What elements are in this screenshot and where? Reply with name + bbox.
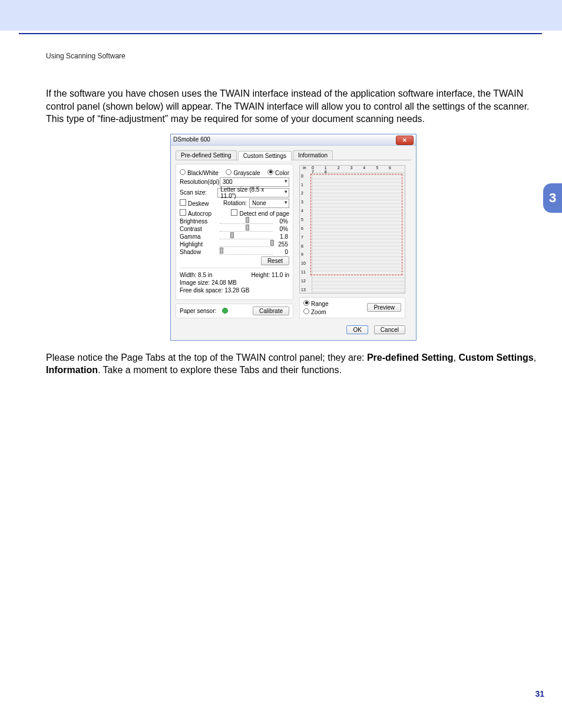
page-number: 31 [535,689,544,699]
zoom-option[interactable]: Zoom [303,308,328,315]
brightness-slider[interactable] [220,219,273,224]
mode-grayscale-option[interactable]: Grayscale [226,169,260,176]
shadow-slider[interactable] [220,249,273,255]
para2-tab-c: Information [46,365,98,375]
ruler-horizontal: 0 1 2 3 4 5 6 7 8 [309,166,405,173]
calibrate-button[interactable]: Calibrate [253,307,289,315]
range-label: Range [311,301,328,307]
gamma-slider[interactable] [220,234,273,239]
para2-tab-b: Custom Settings [459,353,534,363]
brightness-value: 0% [275,218,288,225]
ruler-v-1: 1 [301,183,310,187]
ruler-v-9: 9 [301,252,310,256]
settings-panel: Black/White Grayscale Color Resolution(d… [176,164,293,300]
range-zoom-panel: Range Zoom Preview [299,297,405,318]
para2-c2: , [534,353,536,363]
highlight-slider[interactable] [220,242,273,247]
close-icon: ✕ [402,137,407,143]
mode-color-option[interactable]: Color [267,169,289,176]
preview-selection-rect[interactable] [310,174,402,275]
page-top-rule [19,33,542,34]
ruler-v-0: 0 [301,174,310,178]
gamma-label: Gamma [180,233,217,240]
height-readout: Height: 11.0 in [252,272,290,278]
highlight-value: 255 [275,241,288,248]
ruler-v-4: 4 [301,209,310,213]
range-option[interactable]: Range [303,300,328,307]
paper-sensor-label: Paper sensor: [180,308,216,314]
scan-size-select[interactable]: Letter size (8.5 x 11.0") [217,188,289,197]
detect-eop-label: Detect end of page [239,210,289,217]
deskew-checkbox[interactable]: Deskew [180,199,209,207]
rotation-value: None [252,200,266,206]
close-button[interactable]: ✕ [396,136,414,145]
scan-size-value: Letter size (8.5 x 11.0") [220,186,280,199]
ruler-v-2: 2 [301,191,310,195]
shadow-value: 0 [275,249,288,255]
highlight-label: Highlight [180,241,217,248]
ok-button[interactable]: OK [346,325,368,334]
paper-sensor-indicator-icon [222,308,228,314]
reset-button[interactable]: Reset [261,256,289,265]
section-heading: Using Scanning Software [46,52,541,60]
rotation-label: Rotation: [223,200,247,206]
ruler-v-6: 6 [301,226,310,230]
mode-color-label: Color [275,170,289,176]
autocrop-checkbox[interactable]: Autocrop [180,209,211,217]
contrast-value: 0% [275,226,288,232]
ruler-v-5: 5 [301,218,310,222]
para2-post: . Take a moment to explore these Tabs an… [98,365,342,375]
detect-eop-checkbox[interactable]: Detect end of page [231,209,289,217]
tab-predefined-setting[interactable]: Pre-defined Setting [176,150,237,160]
ruler-v-7: 7 [301,235,310,239]
paragraph-1: If the software you have chosen uses the… [46,87,541,126]
autocrop-label: Autocrop [188,210,211,217]
preview-button[interactable]: Preview [367,303,401,312]
width-readout: Width: 8.5 in [180,272,213,278]
twain-dialog-window: DSmobile 600 ✕ Pre-defined Setting Custo… [170,134,416,341]
paper-sensor-panel: Paper sensor: Calibrate [176,304,293,318]
scan-size-label: Scan size: [180,189,215,196]
contrast-slider[interactable] [220,226,273,232]
ok-cancel-row: OK Cancel [299,322,405,334]
zoom-label: Zoom [311,309,326,315]
ruler-v-12: 12 [301,279,310,283]
ruler-v-3: 3 [301,200,310,204]
mode-blackwhite-label: Black/White [187,170,219,176]
preview-area[interactable]: in 0 1 2 3 4 5 6 7 8 0 1 2 3 4 5 6 7 [299,165,405,294]
free-disk-readout: Free disk space: 13.28 GB [180,287,249,294]
page-content: Using Scanning Software If the software … [46,52,541,385]
resolution-value: 300 [223,179,233,185]
mode-blackwhite-option[interactable]: Black/White [180,169,219,176]
tab-information[interactable]: Information [293,150,333,160]
contrast-label: Contrast [180,226,217,232]
deskew-label: Deskew [188,200,209,207]
para2-pre: Please notice the Page Tabs at the top o… [46,353,367,363]
shadow-label: Shadow [180,249,217,255]
ruler-v-13: 13 [301,288,310,292]
dialog-tabs: Pre-defined Setting Custom Settings Info… [176,150,411,160]
page-top-band [0,0,562,31]
rotation-select[interactable]: None [249,199,289,208]
para2-tab-a: Pre-defined Setting [367,353,454,363]
cancel-button[interactable]: Cancel [374,325,405,334]
ruler-v-10: 10 [301,261,310,265]
dialog-titlebar: DSmobile 600 ✕ [171,134,416,146]
twain-dialog-figure: DSmobile 600 ✕ Pre-defined Setting Custo… [170,134,416,341]
ruler-v-8: 8 [301,244,310,248]
resolution-select[interactable]: 300 [220,177,289,187]
resolution-label: Resolution(dpi): [180,179,217,185]
dialog-title-text: DSmobile 600 [173,136,210,143]
mode-grayscale-label: Grayscale [233,170,260,176]
image-size-readout: Image size: 24.08 MB [180,279,237,286]
paragraph-2: Please notice the Page Tabs at the top o… [46,351,541,377]
brightness-label: Brightness [180,218,217,225]
para2-c1: , [454,353,459,363]
ruler-v-11: 11 [301,270,310,274]
gamma-value: 1.8 [275,233,288,240]
tab-custom-settings[interactable]: Custom Settings [238,151,292,160]
chapter-side-tab: 3 [543,183,562,213]
dialog-body: Pre-defined Setting Custom Settings Info… [171,146,416,340]
